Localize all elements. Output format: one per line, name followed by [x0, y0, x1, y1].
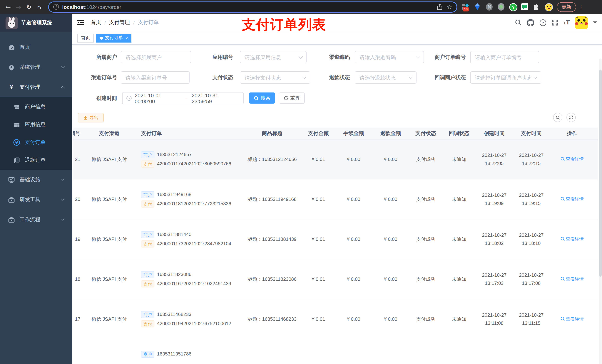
- pay-status-select[interactable]: [240, 71, 310, 83]
- table-row-partial: 商户 1635311351786: [73, 339, 598, 364]
- order-id: 21: [73, 156, 83, 163]
- close-tab-icon[interactable]: ×: [126, 36, 128, 40]
- sidebar-item-label: 首页: [20, 44, 30, 51]
- col-id: 编号: [73, 130, 83, 137]
- sidebar-item-refund-order[interactable]: 退款订单: [0, 151, 72, 169]
- pay-amount: ¥ 0.01: [302, 275, 335, 283]
- app-select[interactable]: [240, 51, 307, 63]
- recorder-extension-icon[interactable]: [497, 3, 505, 11]
- pay-channel: 微信 JSAPI 支付: [83, 156, 135, 163]
- pay-tag: 支付: [141, 160, 154, 167]
- refresh-table-icon[interactable]: [567, 113, 576, 122]
- tab-manager-extension-icon[interactable]: 10: [462, 3, 469, 11]
- sidebar-item-home[interactable]: 首页: [0, 37, 72, 57]
- refund-amount: ¥ 0.00: [372, 235, 409, 243]
- create-time-range-picker[interactable]: 2021-10-01 00:00:00 - 2021-10-31 23:59:5…: [122, 92, 244, 104]
- refund-amount: ¥ 0.00: [372, 275, 409, 283]
- order-id: 18: [73, 275, 83, 283]
- share-icon[interactable]: [437, 4, 442, 10]
- view-detail-link[interactable]: 查看详情: [560, 235, 584, 242]
- sidebar-item-dev-tools[interactable]: 研发工具: [0, 190, 72, 210]
- merchant-order-input[interactable]: [470, 51, 539, 63]
- monitor-check-icon: [8, 177, 15, 183]
- fee-amount: ¥ 0.00: [335, 156, 372, 163]
- breadcrumb-home[interactable]: 首页: [91, 19, 101, 26]
- chevron-down-icon: [61, 217, 64, 221]
- notify-status: 未通知: [442, 235, 476, 243]
- tags-view: 首页 支付订单 ×: [72, 31, 602, 45]
- scrollbar-thumb[interactable]: [599, 70, 602, 277]
- tab-home[interactable]: 首页: [77, 33, 94, 42]
- browser-menu-icon[interactable]: ⋮: [578, 3, 584, 10]
- breadcrumb-separator: /: [133, 20, 135, 26]
- sidebar-logo[interactable]: 芋道管理系统: [0, 14, 72, 32]
- github-icon[interactable]: [527, 19, 534, 26]
- extension-row: 10 ⌘ Y: [462, 3, 552, 11]
- browser-address-bar[interactable]: i localhost:1024/pay/order ☆: [48, 1, 457, 12]
- user-avatar[interactable]: [575, 16, 588, 29]
- browser-forward-icon[interactable]: →: [13, 3, 24, 10]
- refund-status-select[interactable]: [355, 71, 417, 83]
- merchant-order-no: 1635311949168: [157, 191, 191, 198]
- channel-code-input[interactable]: [355, 51, 424, 63]
- breadcrumb-pay-mgmt[interactable]: 支付管理: [109, 19, 130, 26]
- bookmark-star-icon[interactable]: ☆: [447, 3, 452, 10]
- search-button[interactable]: 搜索: [249, 93, 275, 104]
- font-size-icon[interactable]: TT: [563, 19, 570, 26]
- product-title: 标题：1635311949168: [243, 196, 302, 203]
- notify-status-select[interactable]: [470, 71, 541, 83]
- dashboard-icon: [8, 44, 15, 51]
- sidebar-item-merchant-info[interactable]: 商户信息: [0, 98, 72, 116]
- channel-order-input[interactable]: [121, 71, 190, 83]
- browser-back-icon[interactable]: ←: [3, 3, 13, 10]
- pay-channel: 微信 JSAPI 支付: [83, 235, 135, 243]
- fullscreen-icon[interactable]: [552, 19, 558, 26]
- table-header: 编号 支付渠道 支付订单 商品标题 支付金额 手续金额 退款金额 支付状态 回调…: [73, 128, 598, 139]
- sidebar-item-app-info[interactable]: 应用信息: [0, 116, 72, 134]
- sidebar-item-workflow[interactable]: 工作流程: [0, 210, 72, 230]
- active-dot-icon: [100, 36, 103, 39]
- filter-label-channel-order: 渠道订单号: [69, 71, 117, 83]
- toggle-search-icon[interactable]: [553, 113, 562, 122]
- export-button[interactable]: 导出: [78, 113, 104, 123]
- browser-update-button[interactable]: 更新: [557, 2, 576, 12]
- fee-amount: ¥ 0.00: [335, 315, 372, 323]
- table-body: 21 微信 JSAPI 支付 商户 1635312124657 支付 42000…: [73, 139, 598, 339]
- pay-tag: 支付: [141, 200, 154, 207]
- view-detail-link[interactable]: 查看详情: [560, 195, 584, 203]
- site-info-icon[interactable]: i: [53, 4, 59, 10]
- extensions-puzzle-icon[interactable]: [533, 3, 540, 11]
- create-time: 2021-10-2713:11:08: [476, 311, 513, 327]
- vertical-scrollbar[interactable]: [599, 58, 602, 364]
- merchant-select[interactable]: [121, 51, 191, 63]
- gem-extension-icon[interactable]: [473, 3, 481, 11]
- sidebar-toggle-icon[interactable]: [77, 20, 84, 26]
- emoji-profile-icon[interactable]: [545, 3, 552, 11]
- chat-extension-icon[interactable]: [521, 3, 529, 11]
- command-extension-icon[interactable]: ⌘: [485, 3, 493, 11]
- main-content: 首页 / 支付管理 / 支付订单 支付订单列表 ?: [72, 14, 602, 364]
- browser-home-icon[interactable]: ⌂: [34, 3, 44, 10]
- y-extension-icon[interactable]: Y: [509, 3, 517, 11]
- grid-table-icon: [13, 121, 20, 128]
- tab-pay-order[interactable]: 支付订单 ×: [96, 33, 132, 42]
- view-detail-link[interactable]: 查看详情: [560, 315, 584, 322]
- filter-label-channel-code: 渠道编码: [302, 51, 350, 63]
- pay-order-no: 4200001167202110271022491439: [157, 280, 231, 287]
- view-detail-link[interactable]: 查看详情: [560, 155, 584, 163]
- browser-reload-icon[interactable]: ↻: [24, 3, 34, 10]
- svg-text:¥: ¥: [15, 140, 18, 145]
- sidebar-item-infrastructure[interactable]: 基础设施: [0, 170, 72, 190]
- sidebar-item-payment[interactable]: ¥ 支付管理: [0, 77, 72, 97]
- pay-tag: 支付: [141, 320, 154, 327]
- pay-status: 支付成功: [409, 315, 442, 323]
- pay-order-cell: 商户 1635311881440 支付 42000011732021102728…: [135, 229, 243, 249]
- reset-button[interactable]: 重置: [279, 93, 305, 104]
- sidebar-item-system[interactable]: 系统管理: [0, 57, 72, 77]
- search-icon[interactable]: [515, 19, 522, 26]
- help-icon[interactable]: ?: [539, 19, 547, 26]
- view-detail-link[interactable]: 查看详情: [560, 275, 584, 282]
- url-text[interactable]: localhost:1024/pay/order: [62, 4, 432, 10]
- sidebar-item-pay-order[interactable]: ¥ 支付订单: [0, 134, 72, 151]
- avatar-caret-icon[interactable]: [593, 21, 597, 24]
